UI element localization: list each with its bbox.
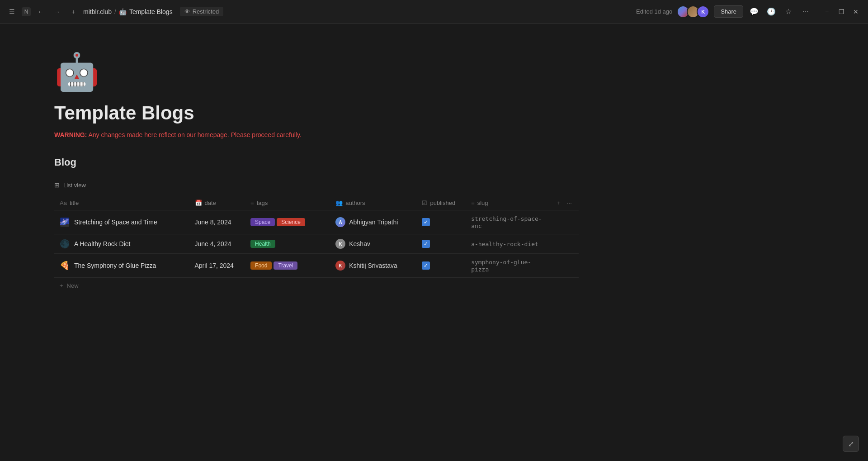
add-col-icon[interactable]: + [557,200,561,206]
page-emoji-small: 🤖 [119,8,127,15]
row-2-published[interactable]: ✓ [416,254,466,278]
maximize-button[interactable]: ❐ [835,5,848,19]
row-1-author: K Keshav [330,234,416,254]
sidebar-toggle-button[interactable]: ☰ [5,5,18,18]
slug-value: stretching-of-space-anc [471,215,542,229]
forward-button[interactable]: → [51,5,63,18]
tag-space[interactable]: Space [250,218,275,226]
title-col-icon: Aa [60,200,67,206]
row-2-title-cell: 🍕 The Symphony of Glue Pizza [54,254,189,278]
table-row[interactable]: 🍕 The Symphony of Glue Pizza April 17, 2… [54,254,579,278]
history-icon[interactable]: 🕐 [765,5,778,18]
row-1-title[interactable]: A Healthy Rock Diet [74,240,131,247]
col-header-authors: 👥 authors [330,196,416,210]
col-header-tags: ≡ tags [245,196,330,210]
table-header-row: Aa title 📅 date ≡ tags [54,196,579,210]
expand-button[interactable]: ⤢ [843,436,859,452]
row-2-title[interactable]: The Symphony of Glue Pizza [74,262,156,269]
col-header-title: Aa title [54,196,189,210]
row-0-author-avatar: A [335,217,345,227]
col-header-add[interactable]: + ··· [552,196,579,210]
list-view-label[interactable]: List view [63,182,86,189]
row-1-published[interactable]: ✓ [416,234,466,254]
breadcrumb-separator: / [114,8,116,15]
close-button[interactable]: ✕ [849,5,863,19]
back-button[interactable]: ← [34,5,47,18]
slug-col-label: slug [477,200,488,206]
titlebar-right: Edited 1d ago K Share 💬 🕐 ☆ ··· − ❐ ✕ [636,5,863,19]
slug-col-icon: ≡ [471,200,475,206]
tag-health[interactable]: Health [250,240,275,248]
favorite-icon[interactable]: ☆ [782,5,795,18]
new-row-label: New [67,282,79,289]
published-col-icon: ☑ [422,200,427,206]
col-header-date: 📅 date [189,196,245,210]
tags-col-icon: ≡ [250,200,254,206]
row-2-date: April 17, 2024 [189,254,245,278]
new-tab-button[interactable]: + [67,5,80,18]
new-row-button[interactable]: + New [54,278,579,294]
published-checkbox-checked[interactable]: ✓ [422,240,430,248]
main-content: 🤖 Template Blogs WARNING: Any changes ma… [0,24,633,312]
app-icon: N [22,7,31,16]
row-2-author-name: Kshitij Srivastava [349,262,397,269]
row-0-published[interactable]: ✓ [416,210,466,234]
titlebar: ☰ N ← → + mitblr.club / 🤖 Template Blogs… [0,0,868,24]
blog-table-body: 🌌 Stretching of Space and Time June 8, 2… [54,210,579,278]
tag-science[interactable]: Science [277,218,305,226]
list-view-icon: ⊞ [54,181,60,189]
row-1-author-name: Keshav [349,240,370,247]
row-2-add [552,254,579,278]
breadcrumb-site[interactable]: mitblr.club [83,8,112,15]
minimize-button[interactable]: − [820,5,834,19]
comment-icon[interactable]: 💬 [748,5,760,18]
col-header-slug: ≡ slug [466,196,552,210]
page-title: Template Blogs [54,102,579,124]
row-1-author-avatar: K [335,239,345,249]
warning-text: WARNING: Any changes made here reflect o… [54,131,579,138]
row-0-tags: SpaceScience [245,210,330,234]
date-col-icon: 📅 [195,200,202,206]
row-2-author: K Kshitij Srivastava [330,254,416,278]
page-icon: 🤖 [54,51,579,93]
row-0-slug: stretching-of-space-anc [466,210,552,234]
row-2-tags: FoodTravel [245,254,330,278]
row-0-author: A Abhigyan Tripathi [330,210,416,234]
row-0-date: June 8, 2024 [189,210,245,234]
row-0-add [552,210,579,234]
table-row[interactable]: 🌌 Stretching of Space and Time June 8, 2… [54,210,579,234]
tags-col-label: tags [257,200,268,206]
slug-value: symphony-of-glue-pizza [471,259,531,273]
section-divider [54,174,579,174]
date-col-label: date [205,200,216,206]
published-checkbox-checked[interactable]: ✓ [422,261,430,270]
row-2-slug: symphony-of-glue-pizza [466,254,552,278]
breadcrumb-current-page[interactable]: Template Blogs [129,8,173,15]
restricted-badge: 👁 Restricted [180,7,224,16]
warning-body: Any changes made here reflect on our hom… [88,131,301,138]
warning-label: WARNING: [54,131,87,138]
row-1-add [552,234,579,254]
share-button[interactable]: Share [714,5,743,18]
edited-timestamp: Edited 1d ago [636,8,672,15]
row-2-icon: 🍕 [60,261,70,271]
row-1-title-cell: 🌑 A Healthy Rock Diet [54,234,189,254]
row-1-tags: Health [245,234,330,254]
restricted-icon: 👁 [184,8,190,15]
tag-food[interactable]: Food [250,261,272,270]
table-row[interactable]: 🌑 A Healthy Rock Diet June 4, 2024Health… [54,234,579,254]
row-0-icon: 🌌 [60,217,70,227]
tag-travel[interactable]: Travel [274,261,297,270]
row-0-author-name: Abhigyan Tripathi [349,219,398,226]
collaborators-avatars: K [677,5,709,18]
list-view-header: ⊞ List view [54,181,579,189]
authors-col-label: authors [345,200,365,206]
row-0-title[interactable]: Stretching of Space and Time [74,219,157,226]
authors-col-icon: 👥 [335,200,343,206]
published-checkbox-checked[interactable]: ✓ [422,218,430,226]
more-col-icon[interactable]: ··· [567,200,572,206]
published-col-label: published [430,200,455,206]
more-options-icon[interactable]: ··· [799,5,812,18]
slug-value: a-healthy-rock-diet [471,241,538,247]
row-1-slug: a-healthy-rock-diet [466,234,552,254]
